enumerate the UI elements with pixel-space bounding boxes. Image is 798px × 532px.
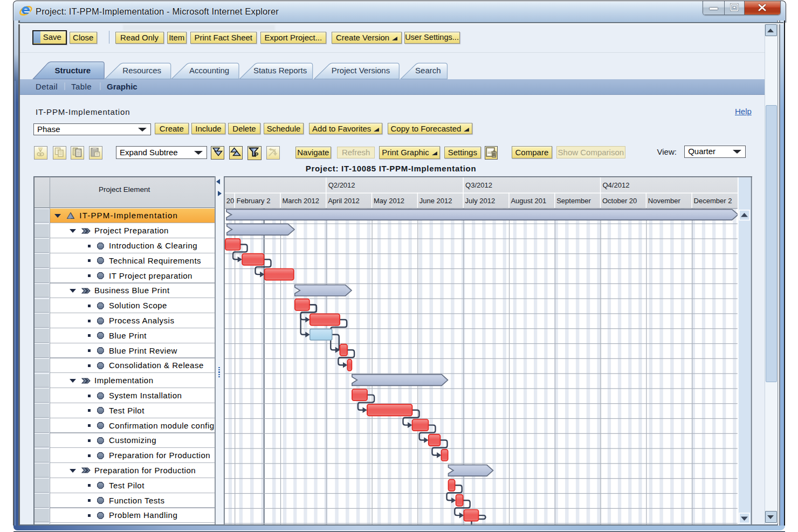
svg-text:Search: Search [415, 66, 441, 75]
svg-text:20: 20 [226, 196, 233, 204]
svg-text:P: P [255, 152, 259, 158]
svg-text:Structure: Structure [54, 66, 91, 75]
svg-text:May 2012: May 2012 [374, 196, 404, 204]
svg-text:Q3/2012: Q3/2012 [465, 181, 492, 189]
svg-text:June 2012: June 2012 [419, 196, 452, 204]
svg-text:February 2: February 2 [236, 196, 270, 204]
svg-text:Project Versions: Project Versions [332, 66, 390, 75]
svg-text:April 2012: April 2012 [328, 196, 360, 204]
svg-text:October 20: October 20 [602, 196, 637, 204]
svg-text:September: September [556, 196, 591, 204]
svg-text:August 201: August 201 [511, 196, 546, 204]
svg-text:Q4/2012: Q4/2012 [602, 181, 629, 189]
svg-text:Status Reports: Status Reports [253, 66, 307, 75]
svg-text:December 2: December 2 [693, 196, 732, 204]
svg-text:July 2012: July 2012 [465, 196, 495, 204]
svg-text:Q2/2012: Q2/2012 [328, 181, 355, 189]
svg-text:November: November [648, 196, 680, 204]
svg-text:Accounting: Accounting [189, 66, 229, 75]
svg-text:Resources: Resources [122, 66, 161, 75]
svg-text:March 2012: March 2012 [282, 196, 319, 204]
